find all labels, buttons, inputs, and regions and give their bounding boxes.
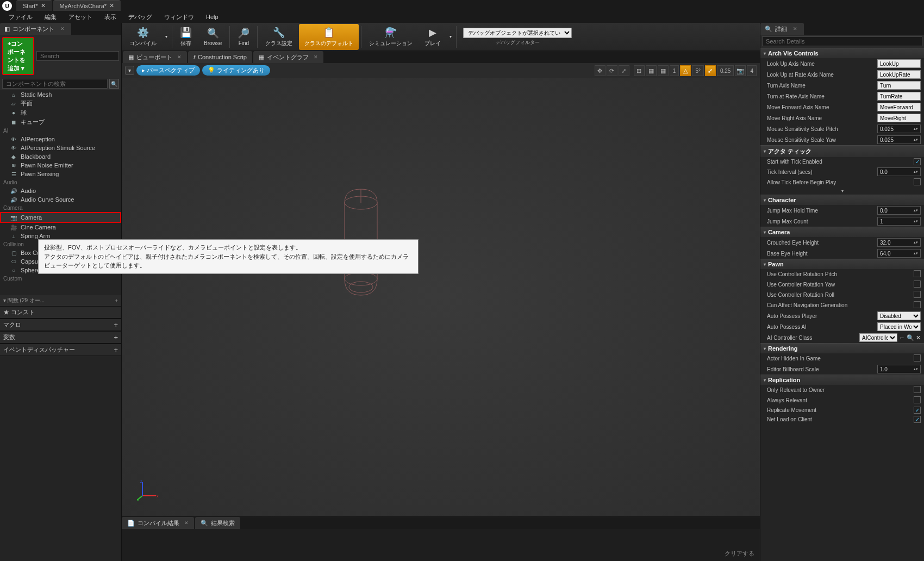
- details-body[interactable]: Arch Vis Controls Look Up Axis Name Look…: [760, 48, 924, 561]
- viewport[interactable]: x z y: [122, 78, 760, 516]
- functions-row[interactable]: ▾ 関数 (29 オー...+: [0, 295, 121, 306]
- ar-checkbox[interactable]: [914, 396, 921, 403]
- chevron-down-icon[interactable]: ▾: [163, 34, 170, 39]
- lit-mode-button[interactable]: 💡 ライティングあり: [202, 65, 270, 76]
- browse-icon[interactable]: 🔍: [907, 334, 914, 341]
- component-search-input[interactable]: [2, 79, 108, 89]
- angle-value[interactable]: 5°: [692, 65, 704, 76]
- nloc-checkbox[interactable]: ✓: [914, 416, 921, 423]
- chevron-down-icon[interactable]: ▾: [447, 34, 454, 39]
- tint-field[interactable]: 0.0▴▾: [877, 167, 921, 176]
- find-button[interactable]: 🔎Find: [232, 24, 255, 50]
- ucry-checkbox[interactable]: [914, 280, 921, 288]
- cat-camera[interactable]: Camera: [760, 227, 924, 237]
- mssp-field[interactable]: 0.025▴▾: [877, 124, 921, 133]
- spinner-icon[interactable]: ▴▾: [914, 252, 918, 254]
- tree-item-aiss[interactable]: 👁AIPerception Stimuli Source: [0, 144, 121, 152]
- snap-toggle-icon[interactable]: ▦: [646, 65, 657, 76]
- spinner-icon[interactable]: ▴▾: [914, 209, 918, 211]
- apa-select[interactable]: Placed in World: [877, 322, 921, 331]
- construct-row[interactable]: ★ コンスト: [0, 306, 121, 319]
- clear-link[interactable]: クリアする: [725, 550, 754, 558]
- spinner-icon[interactable]: ▴▾: [914, 241, 918, 244]
- close-icon[interactable]: ✕: [314, 54, 318, 60]
- spinner-icon[interactable]: ▴▾: [914, 139, 918, 141]
- search-icon[interactable]: 🔍: [109, 79, 119, 89]
- viewport-options-dropdown[interactable]: ▾: [125, 66, 134, 75]
- move-tool-icon[interactable]: ✥: [595, 65, 605, 76]
- tab-find-results[interactable]: 🔍 結果検索: [195, 517, 240, 529]
- rotate-tool-icon[interactable]: ⟳: [607, 65, 617, 76]
- cat-character[interactable]: Character: [760, 195, 924, 205]
- tab-eventgraph[interactable]: ▦ イベントグラフ✕: [253, 51, 323, 63]
- turnrate-field[interactable]: [877, 92, 921, 101]
- snap-grid-icon[interactable]: ⊞: [634, 65, 645, 76]
- turn-field[interactable]: [877, 81, 921, 90]
- menu-view[interactable]: 表示: [99, 11, 122, 23]
- title-tab-archvis[interactable]: MyArchVisChara*✕: [53, 0, 121, 11]
- browse-button[interactable]: 🔍Browse: [198, 24, 227, 50]
- oro-checkbox[interactable]: [914, 386, 921, 393]
- beh-field[interactable]: 64.0▴▾: [877, 249, 921, 258]
- tree-item-camera[interactable]: 📷Camera: [0, 212, 121, 223]
- cat-arch-vis[interactable]: Arch Vis Controls: [760, 48, 924, 58]
- expand-advanced[interactable]: ▾: [760, 188, 924, 195]
- close-icon[interactable]: ✕: [41, 2, 46, 9]
- mover-field[interactable]: [877, 114, 921, 122]
- ceh-field[interactable]: 32.0▴▾: [877, 238, 921, 247]
- ucrr-checkbox[interactable]: [914, 291, 921, 298]
- ahig-checkbox[interactable]: [914, 354, 921, 361]
- scale-snap-icon[interactable]: ⤢: [705, 65, 716, 76]
- close-icon[interactable]: ✕: [60, 26, 65, 32]
- dispatchers-header[interactable]: イベントディスパッチャー+: [0, 344, 121, 356]
- tree-item-blackboard[interactable]: ◆Blackboard: [0, 152, 121, 161]
- spinner-icon[interactable]: ▴▾: [914, 171, 918, 173]
- add-component-button[interactable]: +コンポーネントを追加 ▾: [2, 37, 34, 75]
- simulation-button[interactable]: ⚗️シミュレーション: [364, 24, 418, 50]
- cat-actor-tick[interactable]: アクタ ティック: [760, 145, 924, 157]
- rm-checkbox[interactable]: ✓: [914, 407, 921, 414]
- cat-replication[interactable]: Replication: [760, 375, 924, 385]
- add-icon[interactable]: +: [115, 298, 118, 304]
- grid-icon[interactable]: ▦: [658, 65, 669, 76]
- tree-item-audio[interactable]: 🔊Audio: [0, 186, 121, 195]
- menu-window[interactable]: ウィンドウ: [159, 11, 199, 23]
- tree-item-psense[interactable]: ☰Pawn Sensing: [0, 170, 121, 178]
- spinner-icon[interactable]: ▴▾: [914, 368, 918, 370]
- components-tab[interactable]: ◧ コンポーネント✕: [0, 23, 71, 35]
- scale-tool-icon[interactable]: ⤢: [619, 65, 629, 76]
- tree-item-static-mesh[interactable]: ⌂Static Mesh: [0, 90, 121, 99]
- atbbp-checkbox[interactable]: [914, 178, 921, 185]
- details-search-input[interactable]: [762, 36, 922, 46]
- menu-help[interactable]: Help: [201, 12, 224, 22]
- cat-pawn[interactable]: Pawn: [760, 259, 924, 269]
- spinner-icon[interactable]: ▴▾: [914, 220, 918, 222]
- camera-speed-icon[interactable]: 📷: [735, 65, 746, 76]
- close-icon[interactable]: ✕: [184, 520, 189, 526]
- add-icon[interactable]: +: [114, 346, 118, 354]
- tab-viewport[interactable]: ▦ ビューポート✕: [123, 51, 187, 63]
- clear-icon[interactable]: ✕: [916, 334, 921, 341]
- spinner-icon[interactable]: ▴▾: [914, 128, 918, 130]
- menu-debug[interactable]: デバッグ: [123, 11, 158, 23]
- tree-item-pne[interactable]: ≋Pawn Noise Emitter: [0, 161, 121, 170]
- tab-construction[interactable]: f Construction Scrip: [188, 51, 252, 63]
- lookuprate-field[interactable]: [877, 70, 921, 79]
- tree-item-cube[interactable]: ◼キューブ: [0, 117, 121, 127]
- component-search-top[interactable]: [36, 51, 119, 61]
- tree-item-plane[interactable]: ▱平面: [0, 99, 121, 108]
- tree-item-cine[interactable]: 🎥Cine Camera: [0, 223, 121, 232]
- app-select[interactable]: Disabled: [877, 311, 921, 320]
- close-icon[interactable]: ✕: [793, 26, 797, 32]
- macro-header[interactable]: マクロ+: [0, 319, 121, 331]
- aic-select[interactable]: AIController: [859, 333, 897, 342]
- close-icon[interactable]: ✕: [109, 2, 114, 9]
- class-settings-button[interactable]: 🔧クラス設定: [260, 24, 298, 50]
- class-defaults-button[interactable]: 📋クラスのデフォルト: [299, 24, 359, 50]
- tab-compile-result[interactable]: 📄 コンパイル結果✕: [122, 517, 194, 529]
- add-icon[interactable]: +: [114, 333, 118, 341]
- variables-header[interactable]: 変数+: [0, 331, 121, 344]
- snap-value[interactable]: 4: [747, 65, 757, 76]
- cat-rendering[interactable]: Rendering: [760, 343, 924, 353]
- perspective-button[interactable]: ▸ パースペクティブ: [136, 65, 200, 76]
